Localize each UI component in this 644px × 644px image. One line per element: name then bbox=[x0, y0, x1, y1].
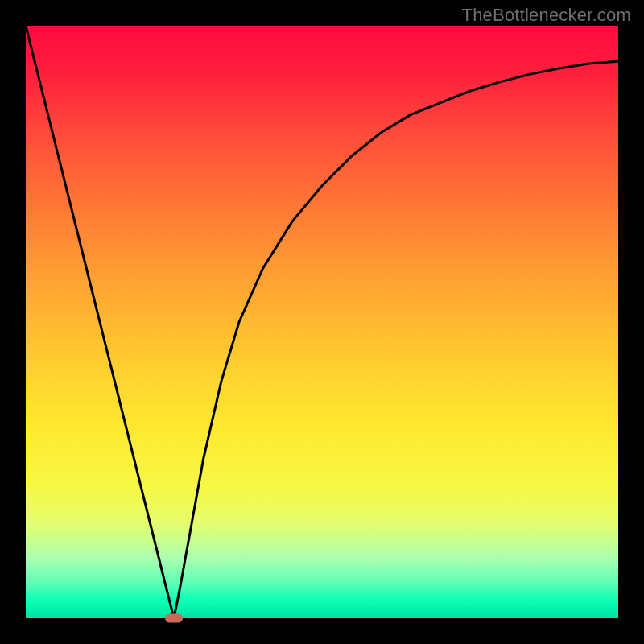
plot-area bbox=[26, 26, 618, 618]
bottleneck-curve bbox=[26, 26, 618, 618]
baseline-band bbox=[26, 604, 618, 618]
minimum-marker bbox=[165, 614, 183, 623]
chart-frame: TheBottlenecker.com bbox=[0, 0, 644, 644]
watermark-text: TheBottlenecker.com bbox=[462, 5, 631, 26]
